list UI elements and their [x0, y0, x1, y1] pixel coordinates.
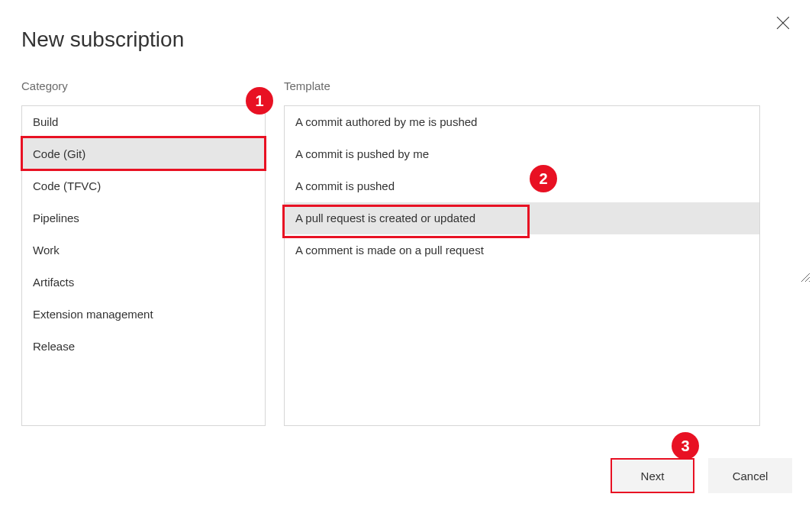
close-button[interactable]: [774, 14, 792, 32]
category-item-work[interactable]: Work: [22, 234, 265, 266]
template-item[interactable]: A commit is pushed by me: [285, 138, 759, 170]
dialog-footer: Next Cancel: [611, 458, 792, 493]
category-section-label: Category: [21, 79, 68, 92]
category-item-pipelines[interactable]: Pipelines: [22, 202, 265, 234]
category-item-code-git[interactable]: Code (Git): [22, 138, 265, 170]
template-section-label: Template: [284, 79, 330, 92]
resize-handle[interactable]: [800, 272, 810, 282]
svg-line-4: [809, 281, 810, 282]
category-item-artifacts[interactable]: Artifacts: [22, 266, 265, 299]
annotation-badge-3: 3: [672, 432, 699, 460]
svg-line-2: [801, 273, 810, 282]
category-item-code-tfvc[interactable]: Code (TFVC): [22, 170, 265, 202]
cancel-button[interactable]: Cancel: [708, 458, 792, 493]
category-item-build[interactable]: Build: [22, 106, 265, 138]
template-item[interactable]: A commit authored by me is pushed: [285, 106, 759, 138]
category-item-extension-management[interactable]: Extension management: [22, 299, 265, 331]
category-item-release[interactable]: Release: [22, 331, 265, 363]
template-item[interactable]: A pull request is created or updated: [285, 202, 759, 234]
template-item[interactable]: A comment is made on a pull request: [285, 234, 759, 266]
template-item[interactable]: A commit is pushed: [285, 170, 759, 202]
template-list: A commit authored by me is pushed A comm…: [284, 105, 760, 426]
close-icon: [776, 16, 790, 30]
dialog-title: New subscription: [21, 27, 184, 52]
category-list: Build Code (Git) Code (TFVC) Pipelines W…: [21, 105, 266, 426]
next-button[interactable]: Next: [611, 458, 694, 493]
resize-grip-icon: [800, 272, 810, 282]
svg-line-3: [805, 277, 810, 282]
